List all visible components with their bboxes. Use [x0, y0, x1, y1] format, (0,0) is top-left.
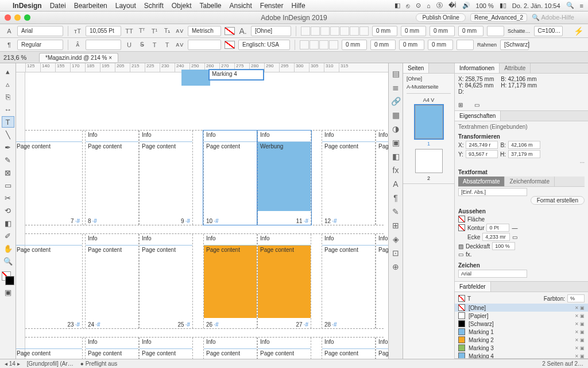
dock-pathfinder-icon[interactable]: ◈ [393, 235, 399, 244]
page-23[interactable]: Page content 23·# [16, 234, 83, 328]
language-field[interactable]: Englisch: USA [238, 40, 290, 50]
tray-icon[interactable]: ⊙ [416, 2, 421, 9]
subscript-button[interactable]: T₁ [163, 26, 172, 36]
panel-tab-attr[interactable]: Attribute [500, 63, 531, 73]
smallcaps-button[interactable]: Tᵀ [137, 26, 146, 36]
page-8[interactable]: InfoPage content 8·# [85, 131, 139, 225]
dock-object-icon[interactable]: A [393, 179, 398, 189]
tray-icon[interactable]: ⌂ [427, 2, 431, 9]
dock-layers-icon[interactable]: ≣ [392, 83, 399, 92]
close-window-button[interactable] [5, 14, 11, 21]
strike-button[interactable]: S̶ [137, 40, 146, 49]
tray-icon[interactable]: ◧ [394, 2, 400, 9]
rectangle-frame-tool[interactable]: ⊠ [2, 167, 14, 178]
swatch-[Ohne][interactable]: [Ohne]✕ ▣ [455, 304, 588, 312]
dock-stroke-icon[interactable]: ▦ [392, 110, 400, 120]
transform-tool[interactable]: ⟲ [2, 205, 14, 216]
gradient-tool[interactable]: ◧ [2, 217, 14, 229]
page-7[interactable]: Page content 7·# [16, 131, 83, 225]
scissors-tool[interactable]: ✂ [2, 192, 14, 204]
opt-label[interactable]: Schatte… [508, 28, 531, 34]
status-profile[interactable]: [Grundprofil] (Ar… [27, 361, 74, 367]
tracking-field[interactable] [188, 40, 221, 50]
wifi-icon[interactable]: �İ [448, 2, 457, 9]
minimize-window-button[interactable] [14, 14, 21, 21]
pen-tool[interactable]: ✒ [2, 141, 14, 153]
underline-button[interactable]: U [125, 40, 134, 49]
type-tool[interactable]: T [2, 116, 14, 128]
leading-field[interactable] [86, 40, 121, 50]
swatch-Marking 3[interactable]: Marking 3✕ ▣ [455, 344, 588, 352]
view-mode[interactable]: ▣ [2, 286, 14, 298]
space-after[interactable]: 0 mm [458, 26, 483, 36]
spotlight-icon[interactable]: 🔍 [566, 2, 574, 9]
stroke-swatch[interactable] [225, 41, 235, 49]
superscript-button[interactable]: T¹ [150, 26, 159, 36]
workspace-menu[interactable]: Rene_Advanced_2 [470, 13, 527, 22]
menu-objekt[interactable]: Objekt [172, 2, 192, 10]
menu-tabelle[interactable]: Tabelle [199, 2, 221, 10]
rectangle-tool[interactable]: ▭ [2, 179, 14, 191]
zoom-tool[interactable]: 🔍 [2, 255, 14, 267]
master-a[interactable]: A-Musterseite [407, 84, 451, 90]
page-13[interactable]: InfoPage content 13·# [376, 131, 388, 225]
hand-tool[interactable]: ✋ [2, 243, 14, 254]
menu-bearbeiten[interactable]: Bearbeiten [74, 2, 107, 10]
kerning-field[interactable]: Metrisch [188, 26, 221, 36]
dock-color-icon[interactable]: ◑ [392, 124, 399, 133]
marking4-label-frame[interactable]: Marking 4 [209, 70, 264, 80]
direct-selection-tool[interactable]: ▵ [2, 78, 14, 90]
font-family-field[interactable]: Arial [17, 26, 63, 36]
dock-effects-icon[interactable]: fx [393, 166, 399, 175]
panel-tab-seiten[interactable]: Seiten [403, 63, 429, 73]
eyedropper-tool[interactable]: ✐ [2, 230, 14, 241]
page-tool[interactable]: ⎘ [2, 91, 14, 102]
page-thumb-2[interactable] [415, 149, 443, 173]
close-tab-icon[interactable]: × [109, 55, 112, 61]
para-mode-icon[interactable]: ¶ [5, 40, 14, 49]
master-none[interactable]: [Ohne] [407, 76, 451, 82]
page-26[interactable]: Info Page content 26·# [203, 234, 257, 328]
swatch-[Schwarz][interactable]: [Schwarz]✕ ▣ [455, 320, 588, 328]
page-9[interactable]: InfoPage content 9·# [139, 131, 193, 225]
tray-icon[interactable]: ⓢ [436, 1, 443, 10]
notification-icon[interactable]: ≡ [580, 2, 583, 9]
document-tab[interactable]: *Magazin.indd @ 214 % × [39, 53, 118, 62]
canvas-viewport[interactable]: 1251401551701851952052152252302402502602… [16, 63, 388, 359]
swatch-Marking 1[interactable]: Marking 1✕ ▣ [455, 328, 588, 336]
panel-tab-farbfelder[interactable]: Farbfelder [455, 282, 491, 292]
menu-datei[interactable]: Datei [50, 2, 66, 10]
tray-icon[interactable]: ⎋ [406, 2, 410, 9]
flash-icon[interactable]: ⚡ [574, 26, 583, 36]
dock-links-icon[interactable]: 🔗 [391, 97, 401, 106]
swatch-Marking 2[interactable]: Marking 2✕ ▣ [455, 336, 588, 344]
space-before[interactable]: 0 mm [430, 26, 455, 36]
allcaps-button[interactable]: TT [125, 26, 134, 36]
page-12[interactable]: InfoPage content 12·# [322, 131, 376, 225]
font-size-field[interactable]: 10,055 Pt [86, 26, 121, 36]
gap-tool[interactable]: ↔ [2, 103, 14, 115]
indent-left[interactable]: 0 mm [372, 26, 397, 36]
page-27[interactable]: Info Page content 27·# [257, 234, 311, 328]
stroke-color-field[interactable]: [Schwarz] [500, 40, 529, 50]
dock-gradient-icon[interactable]: ◧ [392, 152, 400, 161]
menu-layout[interactable]: Layout [115, 2, 136, 10]
dock-align-icon[interactable]: ⊞ [392, 221, 399, 230]
publish-online-button[interactable]: Publish Online [416, 13, 465, 22]
dock-story-icon[interactable]: ✎ [392, 207, 399, 216]
char-mode-icon[interactable]: A [5, 26, 14, 36]
dock-glyphs-icon[interactable]: ¶ [393, 193, 398, 202]
dock-pages-icon[interactable]: ▤ [392, 69, 400, 78]
zoom-window-button[interactable] [24, 14, 30, 21]
help-search[interactable]: 🔍 Adobe-Hilfe [532, 14, 583, 21]
volume-icon[interactable]: 🔊 [462, 2, 470, 9]
selection-tool[interactable]: ▴ [2, 66, 14, 77]
paragraph-align-group[interactable] [301, 26, 369, 36]
dock-text-wrap-icon[interactable]: ⊡ [392, 248, 399, 258]
panel-tab-eigenschaften[interactable]: Eigenschaften [455, 111, 501, 121]
status-preflight[interactable]: ● Preflight aus [80, 361, 117, 367]
werbung-frame[interactable]: Werbung [258, 142, 311, 211]
stroke-color[interactable] [5, 276, 14, 285]
fill-swatch[interactable] [225, 27, 235, 35]
columns[interactable] [487, 26, 504, 36]
